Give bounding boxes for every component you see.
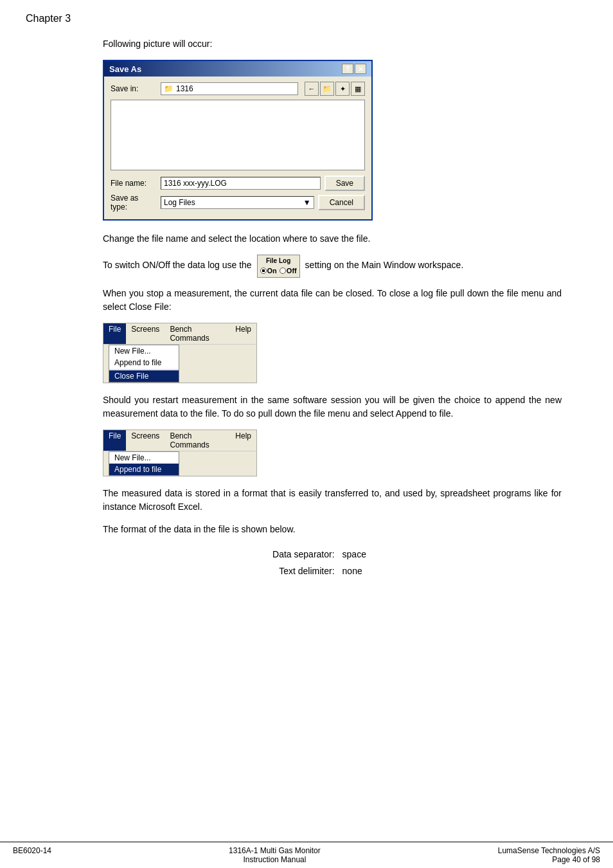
footer-right: LumaSense Technologies A/S Page 40 of 98 <box>498 846 600 864</box>
data-separator-row: Data separator: space <box>272 547 392 562</box>
filename-label: File name: <box>111 179 157 188</box>
on-radio-circle <box>260 267 267 274</box>
footer-right-line1: LumaSense Technologies A/S <box>498 846 600 855</box>
para2-post: setting on the Main Window workspace. <box>305 260 464 270</box>
save-button[interactable]: Save <box>324 176 365 191</box>
on-radio[interactable]: On <box>260 266 277 276</box>
on-label: On <box>267 266 277 276</box>
filetype-select[interactable]: Log Files ▼ <box>161 196 314 209</box>
view-button[interactable]: ▦ <box>351 82 365 96</box>
new-folder-button[interactable]: ✦ <box>335 82 350 96</box>
menu-dropdown-container-2: New File... Append to file <box>103 451 256 476</box>
footer-right-line2: Page 40 of 98 <box>498 855 600 864</box>
filetype-value: Log Files <box>164 198 195 207</box>
footer-center: 1316A-1 Multi Gas Monitor Instruction Ma… <box>51 846 498 864</box>
menu-help-1[interactable]: Help <box>230 323 256 344</box>
text-delimiter-row: Text delimiter: none <box>272 563 392 579</box>
savein-icon: 📁 <box>164 84 173 93</box>
menu-bar-2: File Screens Bench Commands Help <box>103 430 256 451</box>
menu-new-file-1[interactable]: New File... <box>109 345 179 357</box>
para4: Should you restart measurement in the sa… <box>103 393 562 420</box>
menu-screenshot-1: File Screens Bench Commands Help New Fil… <box>103 323 257 383</box>
data-separator-label: Data separator: <box>272 547 341 562</box>
menu-help-2[interactable]: Help <box>230 430 256 451</box>
savein-combo[interactable]: 📁 1316 <box>161 82 298 95</box>
menu-dropdown-container-1: New File... Append to file Close File <box>103 345 256 383</box>
menu-bench-2[interactable]: Bench Commands <box>164 430 230 451</box>
file-area <box>111 100 365 170</box>
page-footer: BE6020-14 1316A-1 Multi Gas Monitor Inst… <box>0 842 613 868</box>
menu-bench-1[interactable]: Bench Commands <box>164 323 230 344</box>
para5: The measured data is stored in a format … <box>103 487 562 514</box>
savein-row: Save in: 📁 1316 ← 📁 ✦ ▦ <box>111 82 365 96</box>
titlebar-buttons: ? ✕ <box>342 64 366 74</box>
dialog-title: Save As <box>109 64 141 74</box>
menu-bar-1: File Screens Bench Commands Help <box>103 323 256 345</box>
text-delimiter-label: Text delimiter: <box>272 563 341 579</box>
para2-pre: To switch ON/Off the data log use the <box>103 260 252 270</box>
cancel-button[interactable]: Cancel <box>318 195 365 210</box>
menu-screenshot-2: File Screens Bench Commands Help New Fil… <box>103 429 257 476</box>
para2: To switch ON/Off the data log use the Fi… <box>103 255 562 278</box>
filetype-row: Save as type: Log Files ▼ Cancel <box>111 194 365 212</box>
filetype-label: Save as type: <box>111 194 157 212</box>
off-radio-circle <box>280 267 286 274</box>
menu-screens-2[interactable]: Screens <box>126 430 164 451</box>
footer-center-line2: Instruction Manual <box>51 855 498 864</box>
back-button[interactable]: ← <box>305 82 319 96</box>
up-folder-button[interactable]: 📁 <box>320 82 334 96</box>
menu-file-1[interactable]: File <box>103 323 126 344</box>
para1: Change the file name and select the loca… <box>103 232 562 246</box>
file-log-title: File Log <box>266 256 290 266</box>
footer-left: BE6020-14 <box>13 846 51 864</box>
menu-dropdown-1: New File... Append to file Close File <box>109 345 179 383</box>
dialog-body: Save in: 📁 1316 ← 📁 ✦ ▦ File name: Save <box>104 77 371 219</box>
save-as-dialog: Save As ? ✕ Save in: 📁 1316 ← 📁 ✦ ▦ <box>103 60 373 221</box>
menu-dropdown-2: New File... Append to file <box>109 451 179 476</box>
menu-close-file[interactable]: Close File <box>109 370 179 382</box>
toolbar: ← 📁 ✦ ▦ <box>305 82 365 96</box>
para6: The format of the data in the file is sh… <box>103 523 562 536</box>
data-separator-value: space <box>342 547 392 562</box>
file-log-widget: File Log On Off <box>257 255 300 278</box>
off-label: Off <box>287 266 297 276</box>
text-delimiter-value: none <box>342 563 392 579</box>
intro-text: Following picture will occur: <box>103 37 562 51</box>
menu-file-2[interactable]: File <box>103 430 126 451</box>
savein-value: 1316 <box>176 84 193 93</box>
off-radio[interactable]: Off <box>280 266 297 276</box>
chapter-title: Chapter 3 <box>26 13 587 24</box>
data-format-table: Data separator: space Text delimiter: no… <box>271 545 393 580</box>
dropdown-arrow-icon: ▼ <box>303 198 311 207</box>
menu-append-1[interactable]: Append to file <box>109 357 179 368</box>
savein-label: Save in: <box>111 84 157 93</box>
filename-input[interactable] <box>161 177 321 190</box>
footer-center-line1: 1316A-1 Multi Gas Monitor <box>51 846 498 855</box>
close-button[interactable]: ✕ <box>355 64 366 74</box>
menu-append-2[interactable]: Append to file <box>109 464 179 475</box>
help-button[interactable]: ? <box>342 64 353 74</box>
para3: When you stop a measurement, the current… <box>103 287 562 314</box>
menu-screens-1[interactable]: Screens <box>126 323 164 344</box>
menu-divider-1 <box>109 369 179 370</box>
filename-row: File name: Save <box>111 176 365 191</box>
dialog-titlebar: Save As ? ✕ <box>104 61 371 77</box>
menu-new-file-2[interactable]: New File... <box>109 452 179 464</box>
